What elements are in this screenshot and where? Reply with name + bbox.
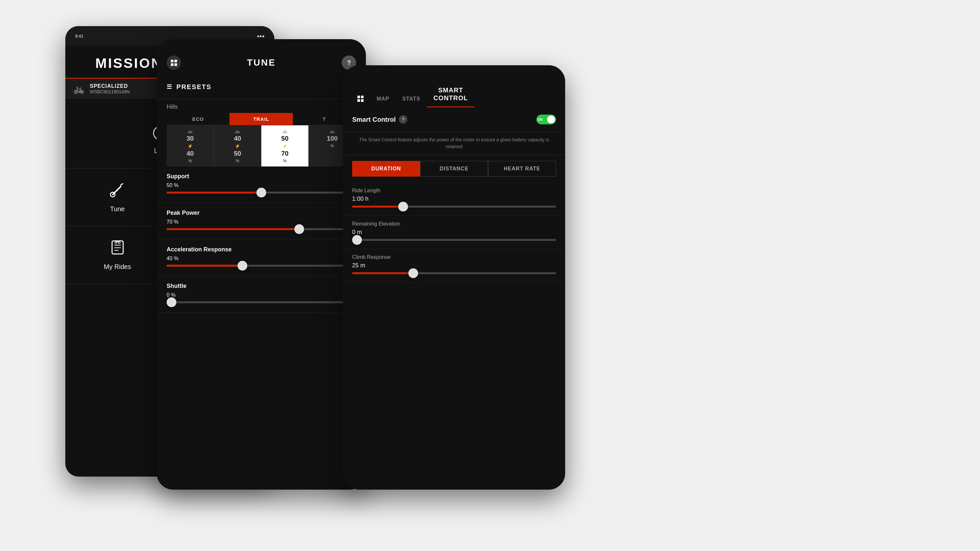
svg-line-10: [120, 183, 123, 186]
peak-power-value: 70 %: [167, 219, 356, 225]
col1-val1: 40: [234, 135, 241, 142]
remaining-elevation-slider[interactable]: [352, 239, 556, 241]
col1-icon2: ⚡: [235, 144, 240, 149]
ride-length-slider[interactable]: [352, 206, 556, 208]
accel-response-value: 40 %: [167, 256, 356, 262]
map-nav[interactable]: MAP: [370, 91, 396, 107]
climb-response-slider[interactable]: [352, 272, 556, 274]
time: 9:41: [75, 33, 83, 38]
accel-response-thumb[interactable]: [237, 261, 247, 271]
preset-col-2-selected[interactable]: 🚲 50 ⚡ 70 %: [261, 125, 309, 167]
smart-phone-notch: [428, 65, 480, 75]
ride-length-fill: [352, 206, 403, 208]
smart-control-toggle-row: Smart Control ? ON: [343, 107, 565, 132]
preset-tabs: ECO TRAIL T: [167, 113, 356, 125]
preset-col-0: 🚲 30 ⚡ 40 %: [167, 125, 214, 167]
tune-title: TUNE: [247, 57, 276, 68]
peak-power-slider[interactable]: [167, 228, 356, 230]
list-icon: ☰: [167, 83, 172, 91]
support-thumb[interactable]: [256, 188, 266, 197]
shuttle-value: 0 %: [167, 292, 356, 298]
grid-menu-button[interactable]: [167, 56, 181, 70]
distance-tab[interactable]: DISTANCE: [420, 161, 488, 176]
col2-icon2: ⚡: [282, 144, 288, 149]
accel-response-section: Acceleration Response 40 %: [157, 240, 366, 276]
col2-val1: 50: [281, 135, 288, 142]
grid-nav-icon[interactable]: [351, 89, 370, 107]
col0-pct: %: [188, 159, 192, 163]
col0-icon2: ⚡: [188, 144, 193, 149]
rides-icon: [110, 239, 126, 259]
col1-val2: 50: [234, 150, 241, 157]
remaining-elevation-label: Remaining Elevation: [352, 221, 556, 227]
bike-icon: 🚲: [73, 84, 84, 94]
my-rides-label: My Rides: [104, 263, 131, 271]
smart-control-nav[interactable]: SMARTCONTROL: [427, 82, 475, 107]
col0-val2: 40: [186, 150, 194, 157]
toggle-knob: [547, 116, 555, 123]
col3-val1: 100: [327, 135, 337, 142]
peak-power-section: Peak Power 70 %: [157, 203, 366, 240]
grid-icon: [171, 60, 177, 66]
ride-length-section: Ride Length 1:00 h: [343, 183, 565, 216]
mode-tabs: DURATION DISTANCE HEART RATE: [352, 161, 556, 176]
wrench-icon: [110, 181, 126, 201]
shuttle-thumb[interactable]: [167, 297, 177, 307]
grid-icon-smart: [357, 96, 364, 102]
tune-phone: TUNE ? ☰ PRESETS + Hills ECO TRAIL T 🚲 3…: [157, 39, 366, 490]
heart-rate-tab[interactable]: HEART RATE: [488, 161, 556, 176]
preset-values: 🚲 30 ⚡ 40 % 🚲 40 ⚡ 50 % 🚲 50 ⚡ 70 % 🚲 10…: [167, 125, 356, 167]
nav-tune[interactable]: Tune: [65, 168, 170, 226]
eco-tab[interactable]: ECO: [167, 113, 230, 125]
ride-length-thumb[interactable]: [398, 202, 408, 211]
col3-icon: 🚲: [329, 129, 335, 133]
climb-response-value: 25 m: [352, 262, 556, 269]
col1-icon: 🚲: [235, 129, 240, 133]
climb-response-fill: [352, 272, 413, 274]
climb-response-section: Climb Response 25 m: [343, 249, 565, 283]
svg-line-8: [113, 186, 121, 195]
accel-response-fill: [167, 265, 242, 267]
climb-response-thumb[interactable]: [408, 268, 418, 278]
remaining-elevation-section: Remaining Elevation 0 m: [343, 216, 565, 249]
col2-icon: 🚲: [282, 129, 288, 133]
peak-power-label: Peak Power: [167, 210, 356, 216]
presets-label: ☰ PRESETS: [167, 83, 212, 91]
smart-control-phone: MAP STATS SMARTCONTROL Smart Control ? O…: [343, 65, 565, 490]
hills-label: Hills: [157, 99, 366, 113]
remaining-elevation-value: 0 m: [352, 229, 556, 236]
ride-length-value: 1:00 h: [352, 195, 556, 202]
remaining-elevation-thumb[interactable]: [352, 235, 362, 245]
accel-response-label: Acceleration Response: [167, 246, 356, 253]
col0-val1: 30: [186, 135, 194, 142]
stats-nav[interactable]: STATS: [396, 91, 427, 107]
preset-col-1: 🚲 40 ⚡ 50 %: [214, 125, 261, 167]
col3-pct: %: [331, 144, 334, 148]
support-slider[interactable]: [167, 192, 356, 194]
support-label: Support: [167, 173, 356, 180]
accel-response-slider[interactable]: [167, 265, 356, 267]
smart-description: The Smart Control feature adjusts the po…: [343, 132, 565, 155]
trail-tab[interactable]: TRAIL: [230, 113, 293, 125]
col2-pct: %: [283, 159, 287, 163]
signal: ●●●: [257, 33, 265, 38]
ride-length-label: Ride Length: [352, 188, 556, 194]
smart-control-nav-label: SMARTCONTROL: [433, 86, 468, 102]
nav-my-rides[interactable]: My Rides: [65, 226, 170, 284]
shuttle-slider[interactable]: [167, 301, 356, 303]
peak-power-fill: [167, 228, 299, 230]
col1-pct: %: [236, 159, 239, 163]
presets-bar: ☰ PRESETS +: [157, 76, 366, 99]
climb-response-label: Climb Response: [352, 254, 556, 260]
col2-val2: 70: [281, 150, 288, 157]
col0-icon: 🚲: [188, 129, 193, 133]
smart-control-label: Smart Control: [352, 116, 396, 123]
smart-toggle[interactable]: ON: [536, 114, 556, 124]
duration-tab[interactable]: DURATION: [352, 161, 420, 176]
shuttle-section: Shuttle 0 %: [157, 276, 366, 313]
peak-power-thumb[interactable]: [294, 224, 304, 234]
phone-notch: [232, 39, 291, 49]
smart-help-icon[interactable]: ?: [399, 115, 407, 124]
support-section: Support 50 %: [157, 167, 366, 203]
toggle-on-label: ON: [538, 118, 543, 121]
